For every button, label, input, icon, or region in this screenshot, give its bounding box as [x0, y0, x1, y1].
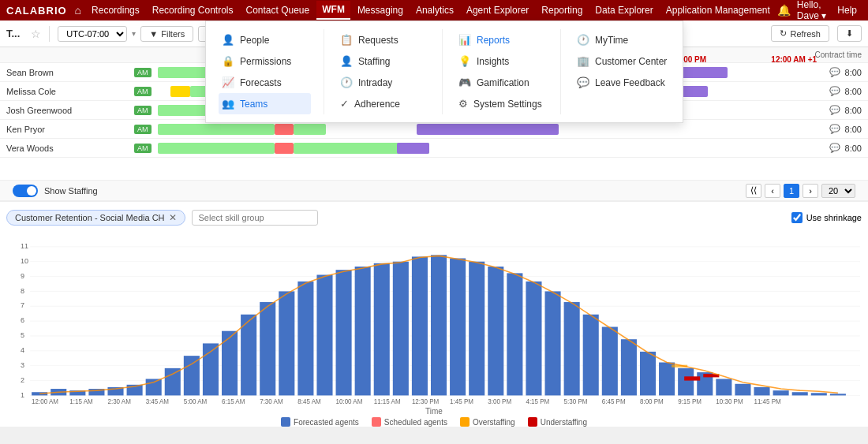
svg-text:1:45 PM: 1:45 PM	[450, 398, 473, 405]
understaffing-label: Understaffing	[541, 418, 587, 427]
svg-rect-59	[735, 384, 750, 396]
forecasted-label: Forecasted agents	[294, 418, 359, 427]
menu-item-gamification[interactable]: 🎮 Gamification	[455, 72, 548, 93]
clock-icon: 🕐	[340, 76, 353, 88]
svg-rect-62	[792, 392, 808, 395]
svg-rect-58	[716, 379, 731, 395]
nav-agent-explorer[interactable]: Agent Explorer	[461, 2, 534, 19]
teams-icon: 👥	[222, 98, 234, 110]
user-menu[interactable]: Hello, Dave ▾	[797, 0, 826, 21]
nav-data-explorer[interactable]: Data Explorer	[589, 2, 658, 19]
svg-rect-39	[355, 267, 371, 395]
x-axis-label: Time	[6, 407, 862, 416]
menu-item-insights[interactable]: 💡 Insights	[455, 50, 548, 72]
svg-text:10:00 AM: 10:00 AM	[336, 398, 363, 405]
legend-forecasted: Forecasted agents	[281, 417, 359, 427]
menu-item-intraday[interactable]: 🕐 Intraday	[337, 72, 429, 93]
timezone-select[interactable]: UTC-07:00	[58, 26, 127, 42]
nav-contact-queue[interactable]: Contact Queue	[241, 2, 316, 19]
nav-recording-controls[interactable]: Recording Controls	[147, 2, 239, 19]
nav-wfm[interactable]: WFM	[316, 1, 350, 20]
star-icon[interactable]: ☆	[31, 28, 41, 40]
menu-item-forecasts[interactable]: 📈 Forecasts	[219, 72, 311, 93]
svg-rect-56	[678, 368, 694, 396]
agent-schedule-bars	[158, 139, 805, 157]
svg-text:7:30 AM: 7:30 AM	[260, 398, 283, 405]
nav-analytics[interactable]: Analytics	[410, 2, 459, 19]
contract-time: 💬 8:00	[805, 105, 868, 115]
next-page-button[interactable]: ›	[803, 184, 818, 198]
svg-text:8: 8	[21, 286, 24, 294]
nav-messaging[interactable]: Messaging	[352, 2, 409, 19]
help-button[interactable]: Help	[832, 3, 862, 17]
settings-icon: ⚙	[458, 98, 468, 110]
svg-rect-37	[316, 274, 332, 395]
agent-tag: AM	[134, 144, 152, 153]
remove-skill-tag-button[interactable]: ✕	[169, 212, 177, 223]
svg-rect-38	[336, 270, 352, 395]
current-page-button[interactable]: 1	[784, 184, 799, 198]
menu-item-leave-feedback[interactable]: 💬 Leave Feedback	[574, 72, 670, 93]
use-shrinkage-checkbox[interactable]	[791, 212, 803, 223]
svg-text:8:00 PM: 8:00 PM	[640, 398, 664, 405]
notification-bell-icon[interactable]: 🔔	[777, 4, 791, 17]
svg-rect-28	[146, 379, 162, 395]
forecasted-color-box	[281, 417, 290, 427]
show-staffing-toggle[interactable]	[13, 185, 38, 197]
contract-time: 💬 8:00	[805, 86, 868, 96]
logo: CALABRIO	[6, 5, 67, 17]
home-icon[interactable]: ⌂	[75, 4, 81, 17]
menu-item-staffing[interactable]: 👤 Staffing	[337, 50, 429, 72]
prev-page-button[interactable]: ‹	[765, 184, 780, 198]
first-page-button[interactable]: ⟨⟨	[746, 184, 761, 198]
menu-col-mytime: 🕐 MyTime 🏢 Customer Center 💬 Leave Feedb…	[561, 29, 683, 114]
gamification-icon: 🎮	[458, 76, 471, 88]
menu-item-teams[interactable]: 👥 Teams	[219, 93, 311, 114]
legend-understaffing: Understaffing	[528, 417, 587, 427]
menu-item-requests[interactable]: 📋 Requests	[337, 29, 429, 50]
agent-tag: AM	[134, 87, 152, 96]
svg-rect-49	[545, 291, 561, 395]
svg-rect-42	[412, 256, 428, 395]
svg-rect-61	[773, 390, 789, 395]
nav-recordings[interactable]: Recordings	[86, 2, 145, 19]
refresh-icon: ↻	[780, 28, 787, 39]
svg-text:10:30 PM: 10:30 PM	[716, 398, 743, 405]
nav-application-management[interactable]: Application Management	[660, 2, 776, 19]
skill-group-input[interactable]	[192, 210, 318, 226]
menu-item-adherence[interactable]: ✓ Adherence	[337, 93, 429, 114]
menu-item-system-settings[interactable]: ⚙ System Settings	[455, 93, 548, 114]
svg-rect-64	[830, 394, 846, 395]
menu-item-reports[interactable]: 📊 Reports	[455, 29, 548, 50]
per-page-select[interactable]: 20	[821, 184, 855, 198]
svg-rect-51	[583, 315, 599, 396]
reports-icon: 📊	[458, 34, 471, 46]
contract-time: 💬 8:00	[805, 67, 868, 77]
timezone-chevron-icon: ▾	[132, 29, 136, 38]
menu-col-people: 👤 People 🔒 Permissions 📈 Forecasts 👥 Tea…	[206, 29, 324, 114]
nav-reporting[interactable]: Reporting	[536, 2, 588, 19]
insights-icon: 💡	[458, 55, 471, 67]
refresh-button[interactable]: ↻ Refresh	[771, 25, 829, 42]
menu-item-customer-center[interactable]: 🏢 Customer Center	[574, 50, 670, 72]
svg-rect-48	[526, 282, 541, 396]
use-shrinkage-row: Use shrinkage	[791, 212, 862, 223]
menu-item-mytime[interactable]: 🕐 MyTime	[574, 29, 670, 50]
download-button[interactable]: ⬇	[837, 25, 862, 42]
staffing-icon: 👤	[340, 55, 353, 67]
contract-time: 💬 8:00	[805, 143, 868, 153]
chat-icon: 💬	[829, 124, 840, 134]
legend-overstaffing: Overstaffing	[460, 417, 515, 427]
forecast-chart: 11 10 9 8 7 6 5 4 3 2 1	[6, 232, 862, 405]
filters-button[interactable]: ▼ Filters	[140, 26, 193, 42]
menu-item-permissions[interactable]: 🔒 Permissions	[219, 50, 311, 72]
chart-legend: Forecasted agents Scheduled agents Overs…	[6, 417, 862, 427]
mytime-icon: 🕐	[577, 34, 589, 46]
svg-rect-32	[222, 331, 238, 396]
menu-item-people[interactable]: 👤 People	[219, 29, 311, 50]
svg-rect-35	[279, 291, 294, 395]
svg-text:12:30 PM: 12:30 PM	[412, 398, 439, 405]
feedback-icon: 💬	[577, 76, 589, 88]
chart-skill-tag: Customer Retention - Social Media CH ✕	[6, 210, 185, 226]
scheduled-color-box	[372, 417, 381, 427]
